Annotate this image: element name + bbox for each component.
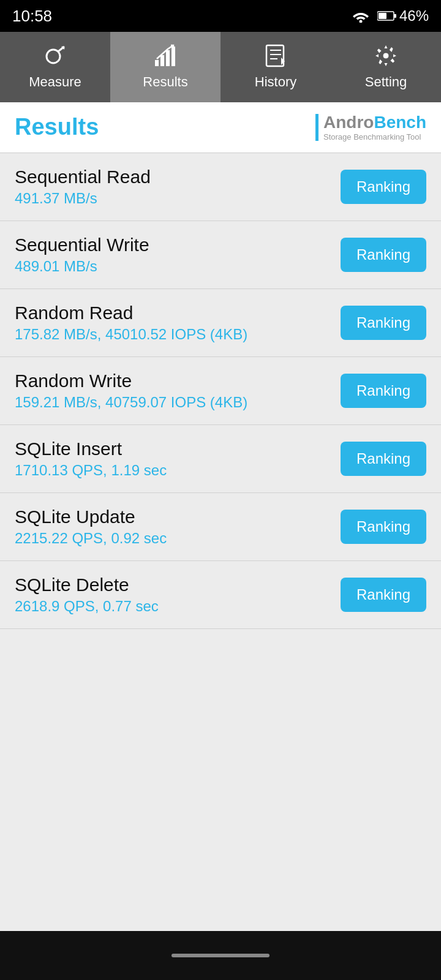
result-row: SQLite Update2215.22 QPS, 0.92 secRankin… [0,493,441,561]
brand-logo: AndroBench Storage Benchmarking Tool [315,113,426,141]
result-row: Random Write159.21 MB/s, 40759.07 IOPS (… [0,357,441,425]
tab-history-label: History [255,74,296,90]
ranking-button[interactable]: Ranking [341,578,426,612]
tab-measure-label: Measure [29,74,81,90]
result-value: 491.37 MB/s [15,190,341,207]
tab-results-label: Results [143,74,187,90]
brand-andro: Andro [323,113,374,132]
setting-icon [374,44,398,70]
nav-tabs: Measure Results History [0,32,441,102]
ranking-button[interactable]: Ranking [341,510,426,544]
results-header: Results AndroBench Storage Benchmarking … [0,102,441,153]
svg-point-0 [359,20,362,23]
results-title: Results [15,114,99,140]
status-bar: 10:58 46% [0,0,441,32]
svg-rect-11 [266,45,284,66]
result-name: Random Write [15,371,341,391]
logo-bar [315,114,318,141]
svg-rect-2 [394,14,396,18]
status-right: 46% [352,7,429,24]
result-value: 2618.9 QPS, 0.77 sec [15,598,341,615]
ranking-button[interactable]: Ranking [341,374,426,408]
result-info: SQLite Delete2618.9 QPS, 0.77 sec [15,575,341,615]
svg-rect-9 [166,50,170,66]
result-name: SQLite Update [15,507,341,527]
battery-percent: 46% [399,7,429,24]
result-name: Random Read [15,303,341,323]
measure-icon [43,44,67,70]
tab-results[interactable]: Results [110,32,221,102]
result-row: Random Read175.82 MB/s, 45010.52 IOPS (4… [0,289,441,357]
result-name: SQLite Delete [15,575,341,595]
ranking-button[interactable]: Ranking [341,170,426,204]
svg-rect-7 [155,60,159,66]
tab-history[interactable]: History [221,32,331,102]
results-list: Sequential Read491.37 MB/sRankingSequent… [0,153,441,629]
result-value: 1710.13 QPS, 1.19 sec [15,462,341,479]
tab-setting-label: Setting [365,74,407,90]
result-row: Sequential Read491.37 MB/sRanking [0,153,441,221]
svg-rect-8 [160,55,164,66]
bottom-bar [0,931,441,980]
tab-setting[interactable]: Setting [331,32,441,102]
result-name: Sequential Read [15,167,341,187]
result-info: Random Write159.21 MB/s, 40759.07 IOPS (… [15,371,341,411]
result-value: 175.82 MB/s, 45010.52 IOPS (4KB) [15,326,341,343]
result-info: Sequential Write489.01 MB/s [15,235,341,275]
svg-rect-10 [172,47,175,66]
brand-name: AndroBench [323,113,426,132]
tab-measure[interactable]: Measure [0,32,110,102]
result-info: SQLite Insert1710.13 QPS, 1.19 sec [15,439,341,479]
history-icon [264,44,287,70]
brand-bench: Bench [374,113,426,132]
battery-icon: 46% [377,7,429,24]
svg-point-4 [47,50,60,63]
result-value: 159.21 MB/s, 40759.07 IOPS (4KB) [15,394,341,411]
ranking-button[interactable]: Ranking [341,306,426,340]
content-area: Results AndroBench Storage Benchmarking … [0,102,441,931]
brand-text: AndroBench Storage Benchmarking Tool [323,113,426,141]
brand-sub: Storage Benchmarking Tool [323,132,426,141]
result-name: SQLite Insert [15,439,341,459]
result-value: 2215.22 QPS, 0.92 sec [15,530,341,547]
results-icon [154,44,177,70]
svg-rect-3 [379,13,386,19]
result-name: Sequential Write [15,235,341,255]
result-row: Sequential Write489.01 MB/sRanking [0,221,441,289]
result-row: SQLite Delete2618.9 QPS, 0.77 secRanking [0,561,441,629]
result-info: Sequential Read491.37 MB/s [15,167,341,207]
result-info: Random Read175.82 MB/s, 45010.52 IOPS (4… [15,303,341,343]
ranking-button[interactable]: Ranking [341,238,426,272]
result-value: 489.01 MB/s [15,258,341,275]
home-indicator [172,954,270,957]
result-info: SQLite Update2215.22 QPS, 0.92 sec [15,507,341,547]
result-row: SQLite Insert1710.13 QPS, 1.19 secRankin… [0,425,441,493]
wifi-icon [352,9,370,23]
ranking-button[interactable]: Ranking [341,442,426,476]
status-time: 10:58 [12,7,52,26]
